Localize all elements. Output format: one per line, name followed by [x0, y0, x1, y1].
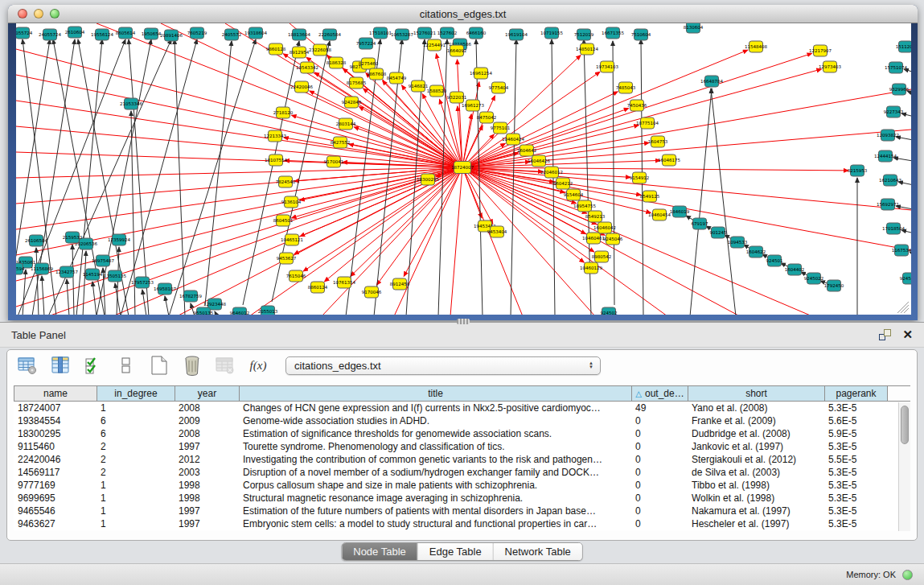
- graph-node-label: 9146821: [409, 84, 429, 89]
- graph-node-label: 9775404: [489, 85, 509, 90]
- function-builder-icon[interactable]: f(x): [248, 355, 269, 376]
- graph-node-label: 12093822: [877, 133, 899, 138]
- network-canvas[interactable]: 2055724240557242610604195561248605614195…: [16, 23, 911, 315]
- app-root: { "window": { "title": "citations_edges.…: [0, 0, 924, 585]
- minimize-window-button[interactable]: [34, 9, 43, 19]
- graph-node-label: 2159533: [63, 235, 83, 240]
- table-options-icon[interactable]: [17, 355, 38, 376]
- cell-year: 1998: [175, 492, 239, 504]
- graph-node-label: 18724007: [451, 165, 474, 170]
- cell-pagerank: 5.3E-5: [824, 505, 887, 517]
- graph-node-label: 901245: [710, 230, 727, 235]
- table-select-dropdown[interactable]: citations_edges.txt ▲▼: [285, 356, 601, 375]
- memory-status-icon: [902, 570, 913, 580]
- cell-name: 22420046: [14, 454, 97, 465]
- network-graph[interactable]: 2055724240557242610604195561248605614195…: [16, 23, 911, 315]
- cell-title: Changes of HCN gene expression and I(f) …: [239, 402, 631, 414]
- close-window-button[interactable]: [18, 9, 27, 19]
- graph-node-label: 8605614: [116, 31, 136, 35]
- graph-node-label: 7615046: [286, 274, 306, 278]
- graph-node-label: 1167534: [892, 248, 911, 253]
- cell-short: Hescheler et al. (1997): [688, 518, 824, 529]
- sort-ascending-icon: △: [635, 389, 642, 398]
- graph-node-label: 16671355: [602, 31, 624, 35]
- select-all-icon[interactable]: [83, 355, 104, 376]
- cell-in_degree: 2: [97, 441, 175, 452]
- graph-node-label: 12342757: [55, 270, 78, 274]
- graph-node-label: 2405572: [222, 32, 242, 37]
- panel-divider-handle[interactable]: [457, 319, 470, 324]
- graph-node-label: 679197: [692, 221, 708, 226]
- cell-pagerank: 5.9E-5: [824, 428, 887, 439]
- cell-name: 18724007: [14, 402, 97, 414]
- graph-node-label: 16961254: [470, 71, 492, 76]
- table-row[interactable]: 2242004622012Investigating the contribut…: [14, 453, 910, 466]
- toggle-rows-icon[interactable]: [116, 355, 137, 376]
- graph-node-label: 9136104: [281, 200, 302, 204]
- column-header-title[interactable]: title: [240, 386, 632, 401]
- graph-node-label: 10460424: [502, 137, 524, 142]
- table-row[interactable]: 969969511998Structural magnetic resonanc…: [14, 492, 910, 505]
- cell-year: 1997: [175, 441, 239, 452]
- tab-node-table[interactable]: Node Table: [342, 543, 418, 560]
- table-panel-bar: Table Panel ✕: [0, 322, 924, 348]
- table-row[interactable]: 977716911998Corpus callosum shape and si…: [14, 479, 910, 492]
- graph-node-label: 6466160: [466, 31, 487, 35]
- table-row[interactable]: 946554611997Estimation of the future num…: [14, 505, 910, 517]
- table-row[interactable]: 946362711997Embryonic stem cells: a mode…: [14, 517, 910, 530]
- graph-node-label: 1664092: [447, 48, 467, 53]
- delete-table-icon[interactable]: [182, 355, 203, 376]
- column-header-pagerank[interactable]: pagerank: [825, 386, 888, 401]
- graph-node-label: 1604753: [648, 139, 668, 144]
- table-panel-title: Table Panel: [11, 329, 66, 341]
- graph-node-label: 12213343: [264, 134, 286, 138]
- graph-node-label: 9245046: [603, 237, 623, 241]
- cell-year: 2008: [175, 402, 239, 414]
- cell-title: Investigating the contribution of common…: [239, 454, 631, 465]
- graph-node-label: 1604402: [785, 267, 805, 272]
- column-header-year[interactable]: year: [175, 386, 240, 401]
- graph-node-label: 9242848: [342, 100, 362, 105]
- table-scrollbar[interactable]: [898, 402, 910, 531]
- cell-pagerank: 5.3E-5: [824, 480, 887, 491]
- float-panel-icon[interactable]: [879, 329, 891, 340]
- graph-node-label: 16782759: [179, 294, 202, 299]
- create-table-icon[interactable]: [149, 355, 170, 376]
- graph-node-label: 10543342: [296, 65, 318, 70]
- graph-node-label: 2867608: [367, 72, 387, 76]
- graph-node-label: 11156869: [31, 266, 53, 271]
- column-header-short[interactable]: short: [688, 386, 825, 401]
- graph-node-label: 8980542: [592, 254, 612, 259]
- table-header-row: namein_degreeyeartitle△out_de…shortpager…: [14, 385, 910, 402]
- table-row[interactable]: 911546021997Tourette syndrome. Phenomeno…: [14, 440, 910, 453]
- delete-column-icon[interactable]: [215, 355, 236, 376]
- graph-node-label: 9170041: [324, 159, 344, 164]
- table-row[interactable]: 1830029562008Estimation of significance …: [14, 427, 910, 440]
- graph-node-label: 8912954: [290, 50, 310, 55]
- window-titlebar[interactable]: citations_edges.txt: [8, 5, 918, 23]
- graph-node-label: 8860124: [308, 285, 328, 290]
- graph-node-label: 10719155: [540, 31, 563, 35]
- close-panel-icon[interactable]: ✕: [902, 329, 913, 340]
- graph-node-label: 19318604: [244, 31, 267, 35]
- table-row[interactable]: 1938455462009Genome-wide association stu…: [14, 414, 910, 427]
- tab-edge-table[interactable]: Edge Table: [418, 543, 494, 560]
- table-row[interactable]: 1872400712008Changes of HCN gene express…: [14, 402, 910, 414]
- cell-year: 2003: [175, 467, 239, 478]
- cell-out: 0: [631, 518, 688, 529]
- scrollbar-thumb[interactable]: [901, 406, 909, 444]
- cell-title: Embryonic stem cells: a model to study s…: [239, 518, 631, 529]
- column-header-name[interactable]: name: [14, 386, 97, 401]
- choose-columns-icon[interactable]: [50, 355, 71, 376]
- tab-network-table[interactable]: Network Table: [494, 543, 582, 560]
- graph-node-label: 16046042: [593, 225, 616, 230]
- zoom-window-button[interactable]: [50, 9, 60, 19]
- cell-year: 1998: [175, 480, 239, 491]
- graph-node-label: 18954755: [573, 204, 596, 208]
- column-header-in_degree[interactable]: in_degree: [97, 386, 175, 401]
- cell-in_degree: 2: [97, 454, 175, 465]
- table-row[interactable]: 1456911722003Disruption of a novel membe…: [14, 466, 910, 479]
- column-header-out[interactable]: △out_de…: [632, 386, 688, 401]
- cell-title: Corpus callosum shape and size in male p…: [239, 480, 631, 491]
- cell-in_degree: 1: [97, 480, 175, 491]
